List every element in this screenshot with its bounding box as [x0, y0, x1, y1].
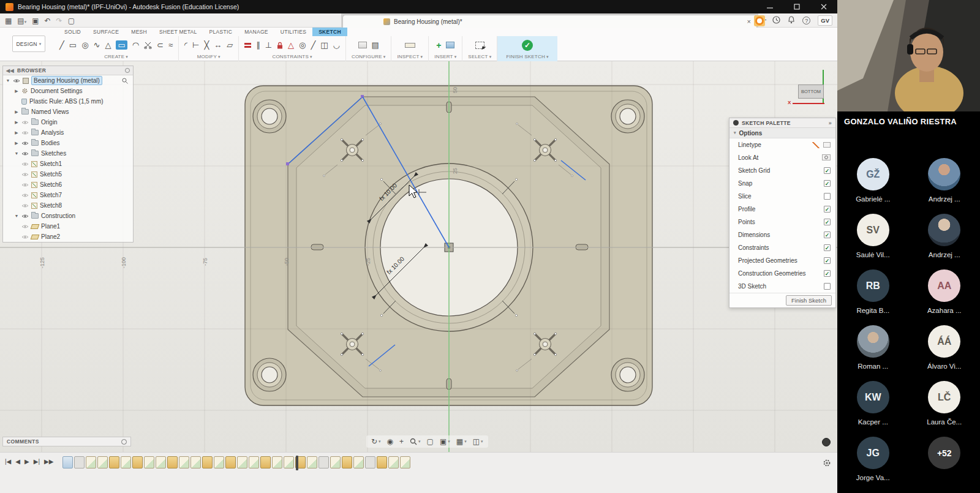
create-group-label[interactable]: CREATE▾: [104, 54, 128, 61]
document-tab[interactable]: Bearing Housing (metal)* ×: [342, 15, 757, 28]
visibility-eye-icon[interactable]: [13, 78, 20, 83]
browser-row-analysis[interactable]: ▶ Analysis: [12, 127, 133, 138]
timeline-feature-icon[interactable]: [260, 456, 271, 469]
timeline-feature-icon[interactable]: [190, 456, 201, 469]
timeline-feature-icon[interactable]: [156, 456, 166, 469]
browser-row-sketch[interactable]: Sketch8: [19, 200, 133, 211]
browser-row-document-settings[interactable]: ▶ Document Settings: [12, 86, 133, 96]
ribbon-tab[interactable]: MESH: [125, 28, 153, 36]
timeline-feature-icon[interactable]: [388, 456, 399, 469]
palette-options-header[interactable]: ▾Options: [729, 128, 835, 138]
fit-icon[interactable]: ▢: [427, 437, 434, 446]
two-point-rectangle-tool-icon[interactable]: ▭: [116, 40, 127, 50]
browser-row-named-views[interactable]: ▶ Named Views: [12, 107, 133, 117]
timeline-feature-icon[interactable]: [109, 456, 119, 469]
expander-icon[interactable]: ▼: [6, 78, 10, 83]
palette-checkbox[interactable]: [824, 283, 831, 290]
timeline-feature-icon[interactable]: [74, 456, 85, 469]
root-component-label[interactable]: Bearing Housing (metal): [31, 76, 102, 85]
visibility-eye-icon[interactable]: [21, 193, 29, 198]
timeline-feature-icon[interactable]: [400, 456, 410, 469]
timeline-feature-icon[interactable]: [342, 456, 352, 469]
browser-row-construction[interactable]: ▼ Construction: [12, 211, 133, 221]
search-icon[interactable]: [122, 78, 128, 84]
expander-icon[interactable]: ▶: [14, 141, 19, 146]
collapse-panel-icon[interactable]: ◀◀: [6, 68, 14, 73]
rectangle-tool-icon[interactable]: ▭: [69, 41, 77, 49]
modify-group-label[interactable]: MODIFY▾: [197, 54, 221, 61]
timeline-feature-icon[interactable]: [272, 456, 282, 469]
grid-settings-icon[interactable]: ▦▾: [456, 437, 467, 446]
participant-tile[interactable]: Andrzej ...: [914, 158, 974, 203]
palette-checkbox[interactable]: [824, 206, 831, 213]
go-to-start-icon[interactable]: |◀: [5, 458, 11, 465]
timeline-feature-icon[interactable]: [284, 456, 294, 469]
configure-group-label[interactable]: CONFIGURE▾: [352, 54, 386, 61]
expander-icon[interactable]: ▶: [14, 120, 19, 125]
configure-table-icon[interactable]: [358, 42, 367, 48]
timeline-feature-icon[interactable]: [167, 456, 178, 469]
timeline-settings-gear-icon[interactable]: [823, 459, 831, 470]
break-tool-icon[interactable]: ╳: [204, 41, 209, 49]
timeline-feature-icon[interactable]: [144, 456, 154, 469]
browser-options-icon[interactable]: [125, 68, 130, 73]
timeline-feature-icon[interactable]: [249, 456, 259, 469]
visibility-eye-icon[interactable]: [21, 130, 29, 135]
visibility-eye-icon[interactable]: [21, 120, 29, 125]
play-icon[interactable]: ▶: [24, 458, 29, 465]
scale-tool-icon[interactable]: ↔: [214, 41, 222, 49]
ribbon-tab[interactable]: SOLID: [58, 28, 87, 36]
browser-row-sketch[interactable]: Sketch5: [19, 169, 133, 179]
visibility-eye-icon[interactable]: [21, 183, 29, 187]
palette-checkbox[interactable]: [824, 167, 831, 174]
measure-tool-icon[interactable]: [405, 43, 415, 48]
participant-tile[interactable]: AA Azahara ...: [914, 269, 974, 314]
speaker-video-feed[interactable]: [837, 0, 980, 111]
expander-icon[interactable]: ▶: [14, 89, 19, 94]
browser-row-sketches[interactable]: ▼ Sketches: [12, 148, 133, 159]
browser-row-plane[interactable]: Plane2: [19, 231, 133, 242]
participant-tile[interactable]: +52: [914, 437, 974, 481]
inspect-group-label[interactable]: INSPECT▾: [397, 54, 423, 61]
parallel-constraint-icon[interactable]: ∥: [256, 41, 260, 49]
timeline-feature-icon[interactable]: [121, 456, 131, 469]
step-back-icon[interactable]: ◀: [15, 458, 20, 465]
finish-sketch-icon[interactable]: ✓: [522, 40, 533, 51]
job-status-icon[interactable]: [754, 15, 765, 26]
concentric-constraint-icon[interactable]: ◎: [299, 41, 306, 49]
palette-checkbox[interactable]: [824, 193, 831, 200]
collinear-constraint-icon[interactable]: ╱: [311, 41, 315, 49]
palette-checkbox[interactable]: [824, 219, 831, 225]
perpendicular-constraint-icon[interactable]: ⊥: [265, 41, 272, 49]
timeline-feature-icon[interactable]: [97, 456, 108, 469]
configuration-icon[interactable]: ▤: [372, 41, 379, 49]
line-tool-icon[interactable]: ╱: [59, 41, 64, 49]
palette-checkbox[interactable]: [824, 244, 831, 251]
timeline-feature-icon[interactable]: [377, 456, 387, 469]
timeline-feature-icon[interactable]: [365, 456, 375, 469]
help-icon[interactable]: ?: [802, 17, 810, 24]
curvature-constraint-icon[interactable]: ◡: [333, 41, 340, 49]
finish-sketch-button[interactable]: Finish Sketch: [786, 295, 832, 306]
notifications-bell-icon[interactable]: [788, 15, 795, 26]
midpoint-constraint-icon[interactable]: △: [288, 41, 294, 49]
insert-mcmaster-icon[interactable]: +: [436, 41, 441, 50]
comments-bar[interactable]: COMMENTS: [2, 437, 131, 446]
timeline-feature-icon[interactable]: [318, 456, 329, 469]
expander-icon[interactable]: ▼: [14, 151, 19, 156]
redo-icon[interactable]: ↷: [56, 17, 62, 24]
zoom-icon[interactable]: ▾: [410, 438, 421, 445]
timeline-feature-icon[interactable]: [62, 456, 73, 469]
participant-tile[interactable]: Andrzej ...: [914, 214, 974, 258]
dock-panel-icon[interactable]: »: [829, 120, 832, 126]
visibility-eye-icon[interactable]: [21, 172, 29, 177]
viewcube-face[interactable]: BOTTOM: [798, 85, 824, 99]
ribbon-tab[interactable]: SHEET METAL: [153, 28, 203, 36]
app-grid-icon[interactable]: ▦: [5, 17, 12, 24]
timeline-feature-icon[interactable]: [179, 456, 189, 469]
visibility-eye-icon[interactable]: [21, 235, 29, 239]
timeline-feature-icon[interactable]: [86, 456, 96, 469]
save-icon[interactable]: ▣: [32, 17, 39, 24]
participant-tile[interactable]: SV Saulė Vil...: [843, 214, 903, 258]
horizontal-vertical-constraint-icon[interactable]: [244, 43, 251, 48]
